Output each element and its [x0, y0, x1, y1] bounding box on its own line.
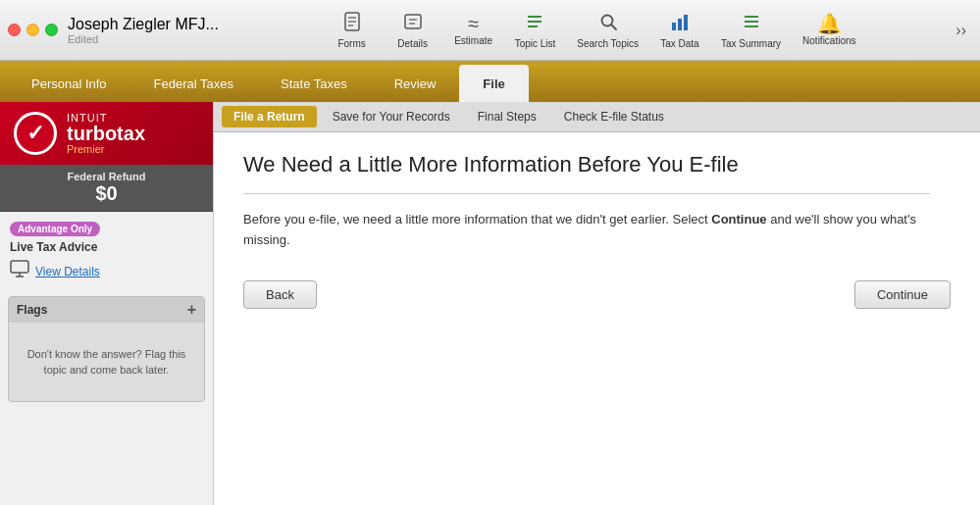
- flags-label: Flags: [17, 303, 47, 317]
- svg-rect-14: [684, 15, 688, 30]
- svg-rect-4: [405, 15, 421, 28]
- flags-add-button[interactable]: +: [187, 301, 196, 319]
- estimate-icon: ≈: [468, 14, 479, 33]
- body-text-bold: Continue: [711, 212, 766, 227]
- sub-tab-file-return[interactable]: File a Return: [222, 106, 317, 127]
- nav-bar: Personal Info Federal Taxes State Taxes …: [0, 61, 980, 102]
- sub-tabs: File a Return Save for Your Records Fina…: [214, 102, 980, 132]
- search-topics-label: Search Topics: [577, 38, 639, 49]
- refund-amount: $0: [10, 182, 203, 205]
- nav-tab-review[interactable]: Review: [371, 65, 460, 102]
- title-bar: Joseph Ziegler MFJ... Edited Forms Detai…: [0, 0, 980, 61]
- tax-summary-icon: [741, 11, 762, 36]
- toolbar-item-tax-data[interactable]: Tax Data: [650, 7, 709, 53]
- search-topics-icon: [597, 11, 619, 36]
- estimate-label: Estimate: [454, 35, 492, 46]
- tax-data-label: Tax Data: [660, 38, 698, 49]
- toolbar-item-estimate[interactable]: ≈ Estimate: [444, 10, 503, 50]
- toolbar-item-details[interactable]: Details: [384, 7, 442, 53]
- svg-rect-18: [11, 261, 28, 273]
- page-heading: We Need a Little More Information Before…: [243, 152, 951, 177]
- button-row: Back Continue: [243, 271, 951, 309]
- flags-header: Flags +: [9, 297, 204, 323]
- logo-premier: Premier: [67, 143, 145, 155]
- logo-checkmark: ✓: [14, 112, 57, 155]
- logo-text: intuit turbotax Premier: [67, 112, 145, 155]
- flags-body: Don't know the answer? Flag this topic a…: [9, 323, 204, 401]
- live-tax-advice: Live Tax Advice: [0, 238, 213, 256]
- close-button[interactable]: [8, 24, 21, 36]
- svg-rect-13: [678, 19, 682, 30]
- nav-tab-state-taxes[interactable]: State Taxes: [257, 65, 371, 102]
- page-body: Before you e-file, we need a little more…: [243, 193, 930, 251]
- minimize-button[interactable]: [26, 24, 39, 36]
- advantage-badge: Advantage Only: [10, 222, 100, 236]
- forms-icon: [341, 11, 363, 36]
- content-area: File a Return Save for Your Records Fina…: [214, 102, 980, 505]
- topic-list-icon: [524, 11, 545, 36]
- flags-panel: Flags + Don't know the answer? Flag this…: [8, 296, 205, 402]
- sub-tab-final-steps[interactable]: Final Steps: [466, 106, 548, 127]
- notifications-label: Notifications: [802, 35, 855, 46]
- details-icon: [402, 11, 424, 36]
- sub-tab-check-efile[interactable]: Check E-file Status: [552, 106, 676, 127]
- notifications-icon: 🔔: [817, 14, 842, 33]
- traffic-lights: [8, 24, 58, 36]
- page-content: We Need a Little More Information Before…: [214, 132, 980, 505]
- continue-button[interactable]: Continue: [854, 280, 951, 309]
- forms-label: Forms: [337, 38, 365, 49]
- refund-label: Federal Refund: [10, 171, 203, 182]
- sub-tab-save-records[interactable]: Save for Your Records: [321, 106, 462, 127]
- toolbar-item-forms[interactable]: Forms: [323, 7, 382, 53]
- monitor-icon: [10, 260, 29, 282]
- tax-summary-label: Tax Summary: [721, 38, 781, 49]
- nav-tab-file[interactable]: File: [459, 65, 528, 102]
- sidebar: ✓ intuit turbotax Premier Federal Refund…: [0, 102, 214, 505]
- more-button[interactable]: ››: [950, 18, 972, 43]
- main-area: ✓ intuit turbotax Premier Federal Refund…: [0, 102, 980, 505]
- view-details-link[interactable]: View Details: [35, 265, 100, 278]
- tax-data-icon: [669, 11, 691, 36]
- back-button[interactable]: Back: [243, 280, 317, 309]
- body-text-part1: Before you e-file, we need a little more…: [243, 212, 711, 227]
- toolbar-item-search-topics[interactable]: Search Topics: [567, 7, 648, 53]
- app-title: Joseph Ziegler MFJ... Edited: [68, 16, 219, 45]
- toolbar-item-tax-summary[interactable]: Tax Summary: [711, 7, 791, 53]
- svg-line-11: [611, 25, 616, 29]
- toolbar-item-notifications[interactable]: 🔔 Notifications: [793, 10, 865, 50]
- app-name: Joseph Ziegler MFJ...: [68, 16, 219, 33]
- details-label: Details: [397, 38, 428, 49]
- logo-area: ✓ intuit turbotax Premier: [0, 102, 213, 165]
- view-details-row[interactable]: View Details: [0, 256, 213, 286]
- nav-tab-personal-info[interactable]: Personal Info: [8, 65, 130, 102]
- maximize-button[interactable]: [45, 24, 58, 36]
- refund-box: Federal Refund $0: [0, 165, 213, 212]
- toolbar-item-topic-list[interactable]: Topic List: [505, 7, 566, 53]
- app-subtitle: Edited: [68, 33, 219, 45]
- toolbar: Forms Details ≈ Estimate Topic List Sear…: [238, 7, 951, 53]
- svg-rect-12: [672, 23, 676, 30]
- topic-list-label: Topic List: [515, 38, 556, 49]
- nav-tab-federal-taxes[interactable]: Federal Taxes: [130, 65, 257, 102]
- logo-turbotax: turbotax: [67, 124, 145, 143]
